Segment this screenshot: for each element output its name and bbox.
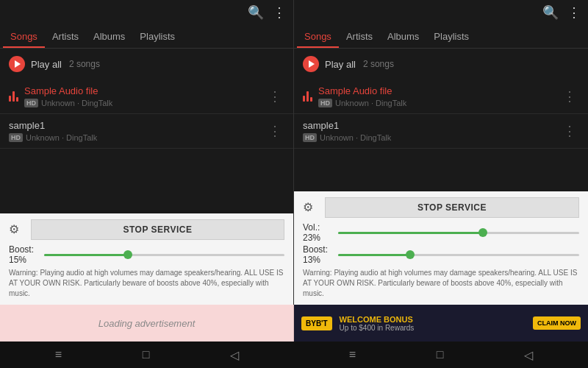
gear-icon-right[interactable]: ⚙ [303, 200, 318, 215]
bybit-title: WELCOME BONUS [340, 315, 526, 324]
nav-menu-icon-right[interactable]: ≡ [349, 348, 356, 361]
list-item: Sample Audio file HD Unknown · DingTalk … [0, 79, 293, 114]
song-artist: Unknown · DingTalk [41, 99, 112, 107]
search-icon-right[interactable]: 🔍 [542, 4, 559, 21]
song-meta: HD Unknown · DingTalk [9, 133, 265, 142]
play-all-label-left: Play all [31, 59, 62, 70]
stop-service-row-left: ⚙ STOP SERVICE [9, 219, 284, 240]
song-more-icon[interactable]: ⋮ [560, 85, 579, 107]
play-all-row-right: Play all 2 songs [294, 49, 588, 79]
song-info: sample1 HD Unknown · DingTalk [9, 120, 265, 142]
nav-right: ≡ □ ◁ [294, 342, 588, 368]
ad-loading-section: Loading advertisement [0, 305, 294, 342]
more-icon-right[interactable]: ⋮ [567, 4, 581, 21]
list-item: sample1 HD Unknown · DingTalk ⋮ [294, 114, 588, 149]
play-all-label-right: Play all [325, 59, 356, 70]
stop-service-row-right: ⚙ STOP SERVICE [303, 197, 579, 218]
nav-menu-icon-left[interactable]: ≡ [55, 348, 62, 361]
vol-fill-right [338, 232, 483, 234]
boost-thumb-left[interactable] [123, 250, 132, 259]
play-all-button-right[interactable] [303, 56, 319, 72]
bar [303, 96, 305, 102]
nav-home-icon-left[interactable]: □ [143, 348, 150, 361]
nav-bar: ≡ □ ◁ ≡ □ ◁ [0, 342, 588, 368]
song-info: Sample Audio file HD Unknown · DingTalk [318, 85, 560, 107]
boost-fill-left [44, 254, 128, 256]
song-title: sample1 [303, 120, 560, 131]
hd-badge: HD [318, 99, 332, 107]
left-song-list: Play all 2 songs Sample Audio file HD Un… [0, 49, 293, 213]
list-item: Sample Audio file HD Unknown · DingTalk … [294, 79, 588, 114]
left-panel: 🔍 ⋮ Songs Artists Albums Playlists Play … [0, 0, 294, 305]
vol-track-right[interactable] [338, 232, 579, 234]
more-icon[interactable]: ⋮ [273, 4, 286, 21]
song-artist: Unknown · DingTalk [335, 99, 406, 107]
bar [9, 96, 11, 102]
nav-back-icon-right[interactable]: ◁ [524, 348, 533, 362]
song-info: sample1 HD Unknown · DingTalk [303, 120, 560, 142]
bar [306, 91, 309, 102]
nav-back-icon-left[interactable]: ◁ [230, 348, 239, 362]
hd-badge: HD [303, 133, 317, 142]
song-title: Sample Audio file [318, 85, 560, 96]
claim-button[interactable]: CLAIM NOW [533, 316, 581, 330]
boost-label-right: Boost:13% [303, 244, 332, 265]
vol-slider-row-right: Vol.:23% [303, 222, 579, 243]
nav-left: ≡ □ ◁ [0, 342, 294, 368]
tab-albums-left[interactable]: Albums [86, 25, 132, 48]
tab-artists-right[interactable]: Artists [339, 25, 380, 48]
warning-text-left: Warning: Playing audio at high volumes m… [9, 268, 284, 299]
right-header: 🔍 ⋮ [294, 0, 588, 25]
tab-albums-right[interactable]: Albums [380, 25, 426, 48]
song-meta: HD Unknown · DingTalk [303, 133, 560, 142]
song-more-icon[interactable]: ⋮ [265, 120, 284, 142]
boost-track-right[interactable] [338, 254, 579, 256]
song-more-icon[interactable]: ⋮ [265, 85, 284, 107]
song-meta: HD Unknown · DingTalk [24, 99, 265, 107]
boost-thumb-right[interactable] [406, 250, 415, 259]
tab-songs-left[interactable]: Songs [3, 25, 45, 48]
right-song-list: Play all 2 songs Sample Audio file HD Un… [294, 49, 588, 191]
left-bottom: ⚙ STOP SERVICE Boost:15% Warning: Playin… [0, 213, 293, 305]
stop-service-button-right[interactable]: STOP SERVICE [325, 197, 579, 218]
bar [310, 97, 312, 102]
boost-track-left[interactable] [44, 254, 284, 256]
tab-songs-right[interactable]: Songs [297, 25, 339, 48]
song-more-icon[interactable]: ⋮ [560, 120, 579, 142]
playing-bars-left-1 [9, 91, 18, 102]
boost-slider-row-right: Boost:13% [303, 244, 579, 265]
list-item: sample1 HD Unknown · DingTalk ⋮ [0, 114, 293, 149]
search-icon[interactable]: 🔍 [248, 4, 264, 21]
play-all-row-left: Play all 2 songs [0, 49, 293, 79]
gear-icon-left[interactable]: ⚙ [9, 222, 24, 237]
boost-label-left: Boost:15% [9, 244, 38, 265]
left-tabs: Songs Artists Albums Playlists [0, 25, 293, 49]
nav-home-icon-right[interactable]: □ [437, 348, 444, 361]
hd-badge: HD [9, 133, 23, 142]
song-title: sample1 [9, 120, 265, 131]
stop-service-button-left[interactable]: STOP SERVICE [31, 219, 284, 240]
song-title: Sample Audio file [24, 85, 265, 96]
tab-artists-left[interactable]: Artists [45, 25, 86, 48]
bar [16, 97, 18, 102]
song-count-left: 2 songs [69, 59, 100, 69]
tab-playlists-left[interactable]: Playlists [132, 25, 182, 48]
boost-slider-row-left: Boost:15% [9, 244, 284, 265]
ad-bybit-section[interactable]: BYB'T WELCOME BONUS Up to $400 in Reward… [294, 305, 588, 342]
song-count-right: 2 songs [363, 59, 394, 69]
right-tabs: Songs Artists Albums Playlists [294, 25, 588, 49]
bybit-logo: BYB'T [301, 316, 332, 330]
tab-playlists-right[interactable]: Playlists [426, 25, 476, 48]
play-all-button-left[interactable] [9, 56, 25, 72]
song-info: Sample Audio file HD Unknown · DingTalk [24, 85, 265, 107]
song-meta: HD Unknown · DingTalk [318, 99, 560, 107]
vol-thumb-right[interactable] [478, 228, 487, 237]
ad-loading-text: Loading advertisement [98, 318, 196, 329]
playing-bars-right-1 [303, 91, 312, 102]
warning-text-right: Warning: Playing audio at high volumes m… [303, 268, 579, 299]
song-artist: Unknown · DingTalk [320, 133, 391, 142]
hd-badge: HD [24, 99, 38, 107]
bar [12, 91, 15, 102]
right-bottom: ⚙ STOP SERVICE Vol.:23% Boost:13% Warnin… [294, 191, 588, 305]
right-panel: 🔍 ⋮ Songs Artists Albums Playlists Play … [294, 0, 588, 305]
